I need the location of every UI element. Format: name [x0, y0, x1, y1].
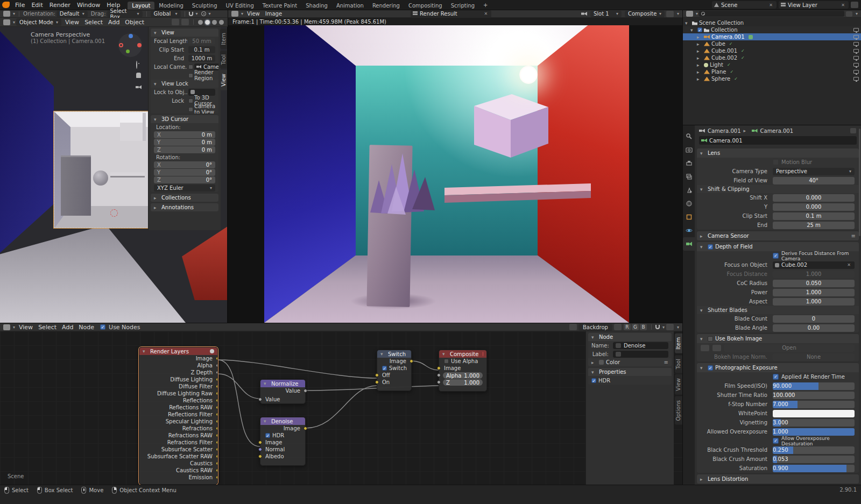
fstop-slider[interactable]: 7.000 — [773, 401, 855, 408]
snap-magnet-icon[interactable] — [189, 12, 193, 16]
collapse-icon[interactable] — [264, 418, 269, 424]
channel-button[interactable]: B — [640, 324, 647, 330]
tab-tool[interactable] — [683, 130, 695, 143]
expand-icon[interactable] — [697, 48, 702, 54]
node-render-layers[interactable]: Render Layers ImageAlphaZ DepthDiffuse L… — [139, 347, 218, 485]
show-gizmo-icon[interactable] — [172, 19, 179, 25]
proportional-editing-icon[interactable] — [201, 11, 206, 16]
collapse-icon[interactable] — [143, 349, 148, 354]
euler-dropdown[interactable]: XYZ Euler — [154, 184, 215, 191]
expand-icon[interactable] — [697, 41, 702, 47]
clip-start-field[interactable]: 0.1 m — [773, 212, 855, 220]
socket-dot[interactable] — [216, 385, 218, 388]
monitor-visibility-icon[interactable] — [853, 77, 859, 81]
menu-item[interactable]: View — [244, 11, 263, 17]
viewport-editor-icon[interactable] — [3, 19, 10, 25]
socket-dot[interactable] — [216, 427, 218, 430]
tab-object[interactable] — [683, 210, 695, 224]
cursor-rot-x[interactable]: X0° — [154, 161, 215, 168]
presets-icon[interactable]: ≡ — [851, 233, 856, 239]
folder-icon[interactable] — [712, 345, 721, 351]
orientation-dropdown[interactable]: Default — [57, 11, 88, 17]
view-panel-header[interactable]: View — [151, 29, 218, 37]
sidebar-tab[interactable]: Tool — [220, 51, 227, 68]
node-label-field[interactable] — [613, 351, 668, 358]
cursor-loc-x[interactable]: X0 m — [154, 131, 215, 138]
menu-item[interactable]: Render — [46, 2, 74, 9]
socket-dot[interactable] — [375, 373, 379, 377]
socket-dot[interactable] — [216, 448, 218, 451]
workspace-tab[interactable]: Shading — [301, 2, 332, 10]
socket-dot[interactable] — [216, 357, 218, 360]
node-output-socket[interactable]: Specular Lighting — [139, 418, 217, 425]
drag-dropdown[interactable]: Select Box — [107, 11, 143, 17]
socket-dot[interactable] — [216, 392, 218, 395]
node-editor-icon[interactable] — [3, 324, 10, 330]
filter-icon[interactable] — [851, 2, 858, 8]
menu-item[interactable]: File — [12, 2, 28, 9]
add-workspace-button[interactable]: + — [479, 1, 492, 9]
image-datablock-selector[interactable]: Render Result — [411, 10, 491, 18]
socket-dot[interactable] — [216, 406, 218, 409]
gizmo-z-axis[interactable] — [129, 34, 133, 38]
transform-pivot-dropdown[interactable]: Global — [151, 11, 181, 17]
node-output-socket[interactable]: Refractions Filter — [139, 439, 217, 446]
dof-checkbox[interactable] — [708, 244, 713, 250]
socket-dot[interactable] — [216, 371, 218, 374]
monitor-visibility-icon[interactable] — [853, 35, 859, 39]
unlink-image-icon[interactable] — [482, 11, 489, 16]
lock-to-3d-cursor-checkbox[interactable] — [188, 98, 193, 103]
use-alpha-checkbox[interactable] — [444, 359, 449, 364]
hdr-checkbox[interactable] — [265, 433, 270, 438]
pan-hand-icon[interactable] — [136, 73, 141, 78]
viewport-canvas[interactable]: Camera Perspective (1) Collection | Came… — [0, 27, 228, 323]
collections-panel-header[interactable]: Collections — [151, 194, 218, 202]
camera-type-dropdown[interactable]: Perspective — [773, 168, 855, 175]
socket-dot[interactable] — [258, 397, 262, 401]
tab-scene[interactable] — [683, 183, 695, 197]
monitor-visibility-icon[interactable] — [853, 56, 859, 60]
socket-dot[interactable] — [216, 475, 218, 479]
pin-icon[interactable] — [850, 128, 856, 133]
node-composite[interactable]: Composite Use Alpha Image Alpha1.000 Z1.… — [439, 350, 487, 392]
cursor-loc-z[interactable]: Z0 m — [154, 146, 215, 153]
sidebar-tab[interactable]: Tool — [675, 355, 682, 373]
socket-dot[interactable] — [437, 373, 441, 377]
shading-material-icon[interactable] — [212, 20, 217, 25]
navigation-gizmo[interactable] — [118, 33, 142, 57]
expand-icon[interactable] — [697, 76, 702, 82]
socket-dot[interactable] — [258, 448, 262, 451]
node-output-socket[interactable]: Refractions RAW — [139, 432, 217, 439]
socket-dot[interactable] — [216, 364, 218, 367]
desaturation-checkbox[interactable] — [773, 438, 779, 444]
node-output-socket[interactable]: Value — [260, 387, 305, 394]
menu-item[interactable]: Add — [59, 324, 76, 331]
monitor-visibility-icon[interactable] — [853, 42, 859, 46]
outliner-row-scene-collection[interactable]: Scene Collection — [683, 19, 861, 26]
socket-dot[interactable] — [437, 366, 441, 370]
monitor-visibility-icon[interactable] — [853, 63, 859, 67]
node-input-socket[interactable]: Normal — [260, 446, 305, 453]
cursor-loc-y[interactable]: Y0 m — [154, 139, 215, 146]
node-panel-header[interactable]: Node — [588, 333, 672, 341]
workspace-tab[interactable]: Sculpting — [188, 2, 222, 10]
node-output-socket[interactable]: Diffuse Lighting — [139, 376, 217, 383]
shading-rendered-icon[interactable] — [219, 20, 224, 25]
menu-item[interactable]: Window — [74, 2, 103, 9]
scene-selector[interactable]: Scene — [712, 1, 777, 9]
node-output-socket[interactable]: Diffuse Lighting Raw — [139, 390, 217, 397]
socket-dot[interactable] — [304, 427, 307, 430]
node-output-socket[interactable]: Caustics — [139, 460, 217, 467]
overexposure-slider[interactable]: 1.000 — [773, 428, 855, 436]
socket-dot[interactable] — [258, 441, 262, 444]
node-input-socket[interactable]: Off — [377, 372, 411, 379]
cursor-panel-header[interactable]: 3D Cursor — [151, 115, 218, 123]
workspace-tab[interactable]: Modeling — [154, 2, 188, 10]
outliner-object-row[interactable]: Plane — [683, 68, 861, 75]
tab-output[interactable] — [683, 157, 695, 170]
switch-checkbox[interactable] — [382, 366, 387, 371]
node-output-socket[interactable]: Emission — [139, 474, 217, 481]
clip-end-field[interactable]: 1000 m — [188, 55, 215, 62]
shading-solid-icon[interactable] — [205, 20, 210, 25]
outliner-object-row[interactable]: Light — [683, 61, 861, 68]
